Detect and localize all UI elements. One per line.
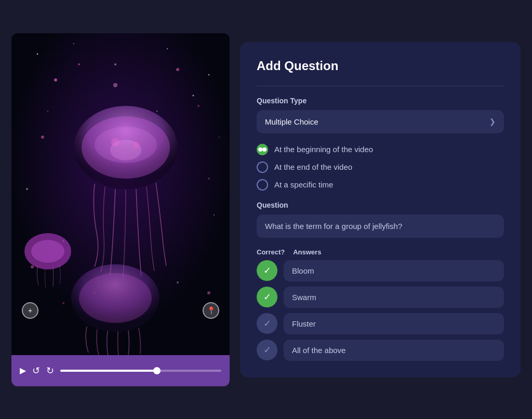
answer-input-2[interactable]: [284, 287, 504, 308]
svg-point-19: [197, 105, 200, 107]
question-type-value: Multiple Choice: [265, 117, 318, 126]
radio-label-specific: At a specific time: [274, 180, 333, 189]
svg-point-20: [41, 136, 44, 139]
answers-section: ✓ ✓ ✓ ✓: [257, 260, 504, 361]
svg-point-3: [114, 63, 116, 65]
progress-bar[interactable]: [60, 370, 221, 372]
svg-point-29: [111, 138, 119, 146]
svg-point-7: [193, 94, 194, 96]
question-type-select[interactable]: Multiple Choice ❯: [257, 110, 504, 133]
chevron-down-icon: ❯: [489, 117, 496, 126]
undo-button[interactable]: ↺: [32, 365, 40, 376]
svg-point-24: [207, 291, 210, 294]
video-controls: ▶ ↺ ↻: [11, 355, 230, 386]
svg-point-34: [31, 240, 64, 263]
svg-point-17: [113, 83, 117, 87]
svg-point-9: [26, 188, 28, 190]
svg-point-30: [133, 142, 139, 148]
divider-top: [257, 86, 504, 86]
svg-point-8: [219, 137, 220, 138]
add-question-icon[interactable]: +: [22, 302, 38, 319]
panel-title: Add Question: [257, 59, 504, 73]
svg-point-10: [214, 214, 215, 215]
svg-point-5: [208, 74, 210, 75]
redo-button[interactable]: ↻: [46, 365, 54, 376]
progress-fill: [60, 370, 157, 372]
radio-group: At the beginning of the video At the end…: [257, 144, 504, 191]
answers-label: Answers: [293, 248, 321, 256]
radio-label-beginning: At the beginning of the video: [274, 145, 373, 154]
answer-row-4: ✓: [257, 340, 504, 361]
check-btn-2[interactable]: ✓: [257, 287, 277, 307]
answer-row-1: ✓: [257, 260, 504, 281]
radio-beginning[interactable]: At the beginning of the video: [257, 144, 504, 155]
svg-point-18: [176, 68, 179, 71]
svg-point-15: [54, 78, 57, 82]
radio-circle-specific[interactable]: [257, 179, 268, 191]
svg-point-2: [73, 43, 74, 44]
svg-point-1: [37, 53, 38, 55]
video-thumbnail: + 📍: [11, 33, 230, 355]
answers-header: Correct? Answers: [257, 248, 504, 256]
svg-point-6: [47, 111, 48, 112]
svg-point-4: [167, 48, 168, 49]
answer-input-3[interactable]: [284, 313, 504, 334]
answer-row-2: ✓: [257, 287, 504, 308]
question-type-label: Question Type: [257, 97, 504, 105]
answer-input-4[interactable]: [284, 340, 504, 361]
radio-specific[interactable]: At a specific time: [257, 179, 504, 191]
svg-point-16: [78, 63, 80, 65]
play-button[interactable]: ▶: [20, 366, 26, 375]
answer-row-3: ✓: [257, 313, 504, 334]
progress-thumb[interactable]: [153, 367, 161, 374]
radio-label-end: At the end of the video: [274, 163, 352, 171]
svg-point-14: [177, 281, 179, 283]
radio-circle-beginning[interactable]: [257, 144, 268, 155]
svg-point-22: [31, 265, 34, 268]
main-container: + 📍 ▶ ↺ ↻ Add Question Question Type Mul…: [11, 33, 521, 386]
answer-input-1[interactable]: [284, 260, 504, 281]
question-input[interactable]: [257, 214, 504, 238]
question-label: Question: [257, 201, 504, 209]
check-btn-3[interactable]: ✓: [257, 313, 277, 334]
check-btn-1[interactable]: ✓: [257, 260, 277, 281]
add-question-panel: Add Question Question Type Multiple Choi…: [240, 42, 521, 377]
radio-circle-end[interactable]: [257, 161, 268, 173]
svg-point-12: [156, 111, 157, 112]
video-overlay-icons: + 📍: [11, 302, 230, 319]
svg-point-21: [208, 178, 210, 180]
radio-end[interactable]: At the end of the video: [257, 161, 504, 173]
pin-icon[interactable]: 📍: [203, 302, 219, 319]
correct-label: Correct?: [257, 248, 285, 256]
check-btn-4[interactable]: ✓: [257, 340, 277, 360]
video-player: + 📍 ▶ ↺ ↻: [11, 33, 230, 386]
